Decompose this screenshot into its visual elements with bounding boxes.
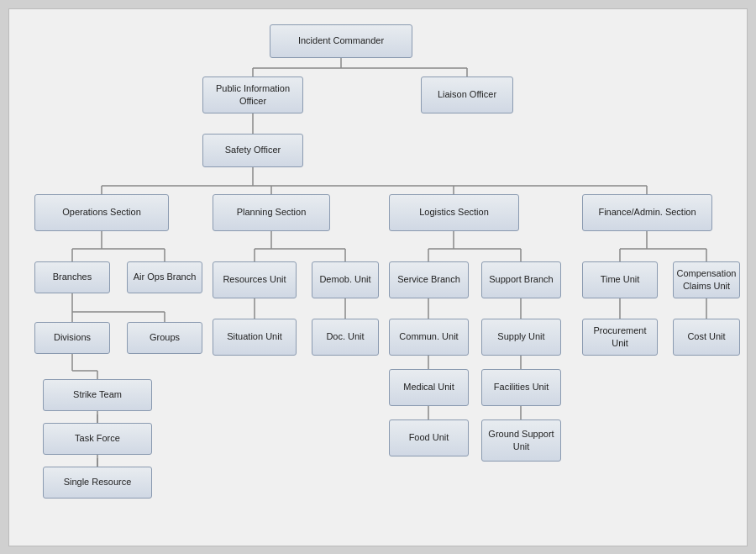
groups-node: Groups xyxy=(127,322,202,354)
safety-node: Safety Officer xyxy=(202,134,303,167)
task-force-node: Task Force xyxy=(43,423,152,455)
facilities-unit-node: Facilities Unit xyxy=(481,369,561,406)
situation-unit-node: Situation Unit xyxy=(213,319,297,356)
support-branch-node: Support Branch xyxy=(481,261,561,298)
org-chart: Incident CommanderPublic Information Off… xyxy=(8,8,748,546)
logistics-node: Logistics Section xyxy=(389,194,519,231)
operations-node: Operations Section xyxy=(34,194,169,231)
service-branch-node: Service Branch xyxy=(389,261,469,298)
strike-team-node: Strike Team xyxy=(43,379,152,411)
single-resource-node: Single Resource xyxy=(43,467,152,499)
commun-unit-node: Commun. Unit xyxy=(389,319,469,356)
food-unit-node: Food Unit xyxy=(389,419,469,456)
incident-commander-node: Incident Commander xyxy=(270,24,412,58)
branches-node: Branches xyxy=(34,261,110,293)
liaison-node: Liaison Officer xyxy=(421,77,513,113)
supply-unit-node: Supply Unit xyxy=(481,319,561,356)
ground-support-node: Ground Support Unit xyxy=(481,419,561,462)
demob-unit-node: Demob. Unit xyxy=(312,261,379,298)
time-unit-node: Time Unit xyxy=(582,261,658,298)
compensation-node: Compensation Claims Unit xyxy=(673,261,740,298)
resources-unit-node: Resources Unit xyxy=(213,261,297,298)
finance-node: Finance/Admin. Section xyxy=(582,194,712,231)
public-info-node: Public Information Officer xyxy=(202,77,303,113)
air-ops-node: Air Ops Branch xyxy=(127,261,202,293)
cost-unit-node: Cost Unit xyxy=(673,319,740,356)
medical-unit-node: Medical Unit xyxy=(389,369,469,406)
planning-node: Planning Section xyxy=(213,194,330,231)
divisions-node: Divisions xyxy=(34,322,110,354)
doc-unit-node: Doc. Unit xyxy=(312,319,379,356)
procurement-node: Procurement Unit xyxy=(582,319,658,356)
